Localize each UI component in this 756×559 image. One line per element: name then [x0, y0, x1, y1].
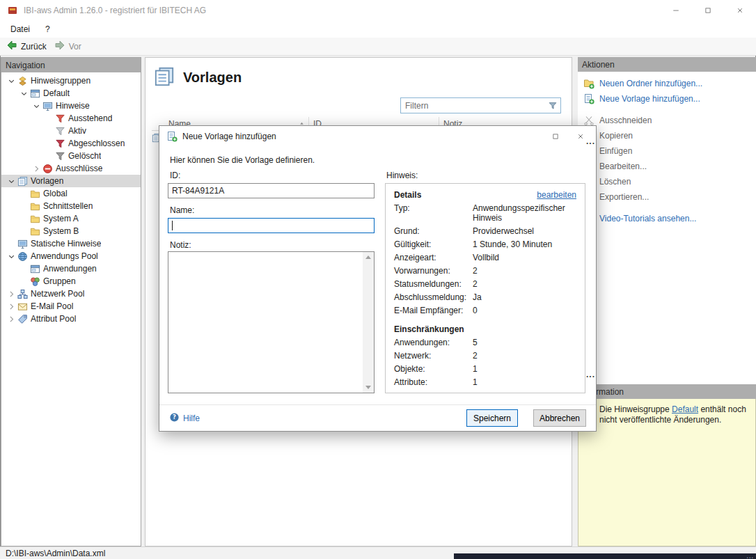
- resize-grip-icon: ...: [746, 553, 756, 559]
- tree-item-abgeschlossen[interactable]: Abgeschlossen: [1, 137, 141, 150]
- chevron-down-icon[interactable]: [6, 175, 17, 187]
- action-einfuegen[interactable]: Einfügen: [578, 143, 756, 159]
- help-icon: ?: [169, 412, 180, 425]
- new-template-icon: [166, 131, 178, 142]
- titlebar: IBI-aws Admin 1.26.0 - registriert für I…: [0, 0, 756, 21]
- network-icon: [17, 288, 28, 299]
- tree-item-ausschluesse[interactable]: Ausschlüsse: [1, 162, 141, 175]
- id-label: ID:: [170, 171, 180, 180]
- tree-item-hinweisgruppen[interactable]: Hinweisgruppen: [1, 74, 141, 87]
- actions-scroll-dots-bottom[interactable]: ...: [586, 370, 595, 379]
- funnel-dark-icon: [54, 150, 65, 162]
- help-link[interactable]: ? Hilfe: [169, 412, 200, 425]
- note-scrollbar[interactable]: [363, 252, 374, 393]
- action-label: Kopieren: [599, 131, 633, 141]
- cancel-button[interactable]: Abbrechen: [533, 409, 586, 427]
- chevron-right-icon[interactable]: [6, 301, 17, 312]
- actions-scroll-dots-top[interactable]: ...: [586, 136, 595, 146]
- save-button[interactable]: Speichern: [466, 409, 518, 427]
- chevron-placeholder: [43, 125, 54, 136]
- back-button-label: Zurück: [21, 42, 47, 52]
- detail-label: Vorwarnungen:: [394, 266, 473, 276]
- dialog-maximize-button[interactable]: [543, 127, 568, 145]
- help-link-label: Hilfe: [183, 414, 200, 423]
- default-group-link[interactable]: Default: [672, 404, 698, 414]
- dialog-titlebar[interactable]: Neue Vorlage hinzufügen: [159, 126, 596, 147]
- chevron-placeholder: [18, 276, 29, 287]
- name-label: Name:: [170, 205, 194, 215]
- chevron-down-icon[interactable]: [6, 251, 17, 262]
- detail-row-statusmeldungen: Statusmeldungen:2: [394, 279, 576, 289]
- details-heading: Details: [394, 190, 421, 200]
- tree-item-e-mail-pool[interactable]: E-Mail Pool: [1, 300, 141, 313]
- chevron-placeholder: [6, 238, 17, 249]
- tree-item-attribut-pool[interactable]: Attribut Pool: [1, 313, 141, 325]
- back-button[interactable]: Zurück: [4, 38, 52, 54]
- information-text-before: Die Hinweisgruppe: [599, 404, 672, 414]
- chevron-right-icon[interactable]: [6, 288, 17, 299]
- action-neue-vorlage-hinzufuegen[interactable]: Neue Vorlage hinzufügen...: [578, 91, 756, 107]
- action-exportieren[interactable]: Exportieren...: [578, 189, 756, 205]
- detail-label: E-Mail Empfänger:: [394, 306, 473, 315]
- tree-item-aktiv[interactable]: Aktiv: [1, 125, 141, 137]
- tree-item-label: Ausstehend: [68, 113, 112, 123]
- tree-item-label: System A: [43, 214, 79, 223]
- tag-icon: [17, 313, 28, 324]
- chevron-down-icon[interactable]: [6, 75, 17, 86]
- forward-button[interactable]: Vor: [52, 38, 87, 54]
- tree-item-system-b[interactable]: System B: [1, 225, 141, 237]
- action-ausschneiden[interactable]: Ausschneiden: [578, 113, 756, 128]
- close-button[interactable]: [724, 0, 756, 21]
- detail-row-attribute: Attribute:1: [394, 377, 576, 387]
- chevron-right-icon[interactable]: [6, 313, 17, 324]
- tree-item-geloescht[interactable]: Gelöscht: [1, 150, 141, 162]
- action-kopieren[interactable]: Kopieren: [578, 128, 756, 143]
- bearbeiten-link[interactable]: bearbeiten: [537, 190, 576, 200]
- filter-funnel-icon[interactable]: [545, 101, 560, 111]
- chevron-down-icon[interactable]: [31, 100, 42, 111]
- tree-item-anwendungen[interactable]: Anwendungen: [1, 262, 141, 275]
- new-template-dialog: Neue Vorlage hinzufügen Hier können Sie …: [159, 125, 597, 432]
- tree-item-statische-hinweise[interactable]: Statische Hinweise: [1, 237, 141, 250]
- tree-item-ausstehend[interactable]: Ausstehend: [1, 112, 141, 125]
- tree-item-anwendungs-pool[interactable]: Anwendungs Pool: [1, 250, 141, 262]
- action-video-tutorials-ansehen[interactable]: Video-Tutorials ansehen...: [578, 211, 756, 226]
- chevron-down-icon[interactable]: [18, 88, 29, 99]
- detail-row-e-mail-empfaenger: E-Mail Empfänger:0: [394, 306, 576, 315]
- action-neuen-ordner-hinzufuegen[interactable]: Neuen Ordner hinzufügen...: [578, 76, 756, 91]
- tree-item-label: Default: [43, 88, 70, 98]
- chevron-placeholder: [43, 138, 54, 149]
- scroll-down-arrow-icon[interactable]: [365, 386, 371, 389]
- tree-item-schnittstellen[interactable]: Schnittstellen: [1, 200, 141, 212]
- menu-help[interactable]: ?: [38, 22, 58, 36]
- id-input[interactable]: [168, 183, 375, 198]
- filter-input[interactable]: [401, 101, 545, 111]
- detail-row-objekte: Objekte:1: [394, 364, 576, 374]
- chevron-right-icon[interactable]: [31, 163, 42, 174]
- templates-icon: [17, 175, 28, 187]
- tree-item-global[interactable]: Global: [1, 187, 141, 200]
- note-textarea[interactable]: [168, 252, 374, 393]
- tree-item-label: Gelöscht: [68, 151, 101, 161]
- tree-item-hinweise[interactable]: Hinweise: [1, 100, 141, 112]
- tree-item-gruppen[interactable]: Gruppen: [1, 275, 141, 288]
- tree-item-system-a[interactable]: System A: [1, 212, 141, 225]
- tree-item-vorlagen[interactable]: Vorlagen: [1, 175, 141, 187]
- folder-icon: [29, 188, 40, 199]
- maximize-button[interactable]: [692, 0, 724, 21]
- restrictions-heading: Einschränkungen: [394, 324, 576, 334]
- monitor-icon: [17, 238, 28, 249]
- tree-item-default[interactable]: Default: [1, 87, 141, 100]
- navigation-header: Navigation: [1, 58, 141, 72]
- tree-item-netzwerk-pool[interactable]: Netzwerk Pool: [1, 288, 141, 300]
- menu-datei[interactable]: Datei: [3, 22, 38, 36]
- hinweis-details-box: Details bearbeiten Typ:Anwendungsspezifi…: [385, 183, 585, 393]
- detail-label: Typ:: [394, 203, 473, 223]
- action-bearbeiten[interactable]: Bearbeiten...: [578, 159, 756, 174]
- action-loeschen[interactable]: Löschen: [578, 174, 756, 189]
- minimize-button[interactable]: [660, 0, 692, 21]
- scroll-up-arrow-icon[interactable]: [365, 255, 371, 259]
- page-title-row: Vorlagen: [154, 66, 242, 89]
- name-input[interactable]: [168, 218, 375, 233]
- chevron-placeholder: [43, 150, 54, 162]
